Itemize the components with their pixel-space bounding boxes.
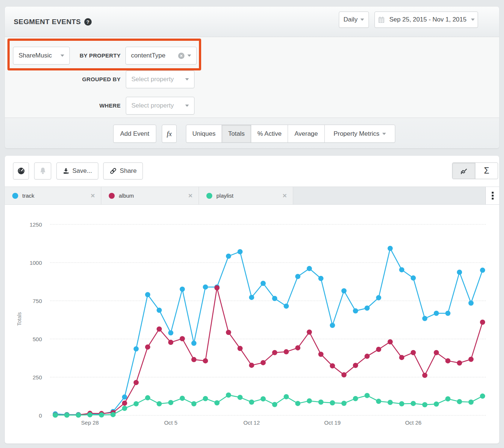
metric-mode-group: Uniques Totals % Active Average Property…	[186, 125, 395, 143]
grouped-by-label: GROUPED BY	[49, 70, 121, 88]
query-builder-panel: SEGMENT EVENTS ? Daily Sep 25, 2015 - No…	[5, 7, 499, 148]
line-chart-icon	[460, 167, 468, 175]
date-range-value: Sep 25, 2015 - Nov 1, 2015	[389, 16, 467, 23]
panel-header: SEGMENT EVENTS ? Daily Sep 25, 2015 - No…	[5, 7, 499, 37]
svg-text:750: 750	[33, 298, 42, 304]
series-dot-track	[12, 193, 18, 199]
legend-tab-album[interactable]: album ✕	[101, 187, 199, 204]
save-button[interactable]: Save...	[56, 162, 98, 179]
share-label: Share	[120, 167, 137, 175]
add-event-button[interactable]: Add Event	[113, 125, 156, 143]
dashboard-button[interactable]	[13, 162, 29, 179]
add-event-label: Add Event	[120, 130, 149, 138]
chart-panel: Save... Share Σ track ✕ album ✕	[5, 156, 499, 444]
svg-text:Sep 28: Sep 28	[81, 419, 99, 426]
series-dot-album	[109, 193, 115, 199]
svg-text:Totals: Totals	[16, 312, 22, 326]
where-label: WHERE	[49, 97, 121, 115]
fx-label: fx	[167, 130, 172, 138]
svg-text:Oct 12: Oct 12	[243, 419, 260, 426]
date-range-dropdown[interactable]: Sep 25, 2015 - Nov 1, 2015	[374, 11, 478, 28]
tab-uniques[interactable]: Uniques	[186, 125, 222, 142]
svg-text:Oct 26: Oct 26	[405, 419, 421, 426]
help-icon[interactable]: ?	[84, 18, 92, 26]
sigma-icon: Σ	[484, 166, 489, 176]
download-icon	[63, 168, 69, 174]
tab-totals[interactable]: Totals	[222, 125, 251, 142]
svg-text:1250: 1250	[30, 221, 42, 228]
close-icon[interactable]: ✕	[187, 193, 193, 199]
by-property-label: BY PROPERTY	[49, 47, 121, 65]
event-value: ShareMusic	[19, 52, 52, 59]
line-chart-toggle[interactable]	[452, 163, 475, 179]
by-property-value: contentType	[131, 52, 166, 59]
chart-type-toggle: Σ	[452, 162, 498, 179]
legend-tab-track[interactable]: track ✕	[5, 187, 101, 204]
page-title-text: SEGMENT EVENTS	[14, 18, 81, 26]
segment-events-page: SEGMENT EVENTS ? Daily Sep 25, 2015 - No…	[0, 0, 504, 448]
alert-button[interactable]	[34, 162, 51, 179]
tab-percent-active[interactable]: % Active	[251, 125, 288, 142]
svg-text:250: 250	[33, 374, 42, 381]
page-title: SEGMENT EVENTS ?	[14, 7, 92, 37]
svg-text:Oct 5: Oct 5	[164, 419, 177, 426]
interval-dropdown[interactable]: Daily	[339, 11, 369, 28]
where-dropdown[interactable]: Select property	[126, 97, 194, 115]
property-metrics-dropdown[interactable]: Property Metrics	[325, 125, 395, 142]
close-icon[interactable]: ✕	[282, 193, 288, 199]
chevron-down-icon	[471, 19, 475, 21]
by-property-dropdown[interactable]: contentType ✕	[125, 47, 197, 65]
legend-tab-playlist[interactable]: playlist ✕	[199, 187, 293, 204]
grouped-by-dropdown[interactable]: Select property	[126, 70, 194, 88]
svg-text:Oct 19: Oct 19	[324, 419, 341, 426]
chevron-down-icon	[185, 78, 189, 80]
close-icon[interactable]: ✕	[90, 193, 96, 199]
kebab-icon	[492, 192, 494, 194]
legend-menu-button[interactable]	[485, 187, 499, 204]
gauge-icon	[17, 167, 25, 175]
chevron-down-icon	[185, 105, 189, 107]
series-dot-playlist	[206, 193, 212, 199]
link-icon	[109, 167, 117, 175]
tab-average[interactable]: Average	[288, 125, 325, 142]
chevron-down-icon	[187, 55, 191, 57]
svg-text:1000: 1000	[30, 260, 42, 266]
chevron-down-icon	[382, 133, 386, 135]
clear-property-icon[interactable]: ✕	[178, 53, 184, 59]
bell-icon	[39, 167, 47, 175]
chevron-down-icon	[360, 19, 364, 21]
share-button[interactable]: Share	[103, 162, 143, 179]
save-label: Save...	[72, 167, 92, 175]
where-placeholder: Select property	[131, 102, 174, 109]
formula-button[interactable]: fx	[162, 125, 177, 143]
calendar-icon	[378, 16, 385, 23]
legend-row: track ✕ album ✕ playlist ✕	[5, 187, 499, 205]
grouped-by-placeholder: Select property	[131, 76, 174, 83]
interval-value: Daily	[344, 16, 358, 23]
sigma-toggle[interactable]: Σ	[475, 163, 498, 179]
svg-text:500: 500	[33, 336, 42, 342]
svg-text:0: 0	[39, 412, 42, 419]
line-chart[interactable]: 025050075010001250TotalsSep 28Oct 5Oct 1…	[5, 205, 499, 444]
